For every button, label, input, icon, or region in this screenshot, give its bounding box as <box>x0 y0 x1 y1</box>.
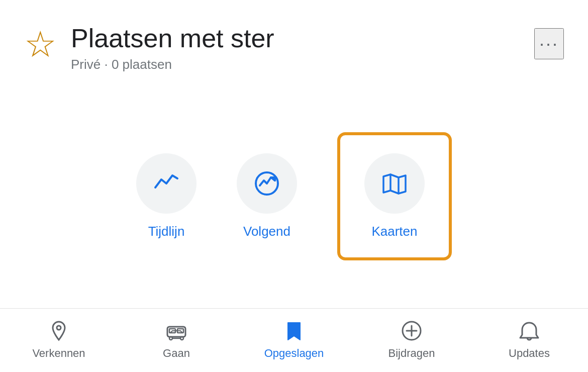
card-kaarten-label: Kaarten <box>371 224 417 239</box>
svg-point-8 <box>180 337 183 340</box>
svg-point-7 <box>169 337 172 340</box>
more-options-button[interactable]: ··· <box>534 28 564 59</box>
card-tijdlijn[interactable]: Tijdlijn <box>136 153 197 239</box>
updates-icon <box>517 319 541 343</box>
svg-point-3 <box>57 326 61 330</box>
nav-item-updates[interactable]: Updates <box>489 319 569 360</box>
nav-label-gaan: Gaan <box>163 347 190 360</box>
page-subtitle: Privé · 0 plaatsen <box>71 57 274 72</box>
volgend-icon-circle <box>237 153 297 214</box>
trend-icon <box>152 169 180 198</box>
card-tijdlijn-label: Tijdlijn <box>148 224 185 239</box>
tijdlijn-icon-circle <box>136 153 197 214</box>
map-icon <box>380 169 409 198</box>
bijdragen-icon <box>400 319 424 343</box>
nav-item-verkennen[interactable]: Verkennen <box>19 319 99 360</box>
growth-icon <box>253 169 281 198</box>
header-text: Plaatsen met ster Privé · 0 plaatsen <box>71 24 274 72</box>
kaarten-icon-circle <box>364 153 425 214</box>
card-volgend[interactable]: Volgend <box>237 153 297 239</box>
nav-label-bijdragen: Bijdragen <box>388 347 435 360</box>
star-icon: ☆ <box>24 26 57 62</box>
nav-label-opgeslagen: Opgeslagen <box>264 347 324 360</box>
nav-item-opgeslagen[interactable]: Opgeslagen <box>254 319 334 360</box>
card-kaarten[interactable]: Kaarten <box>337 132 452 260</box>
page-header: ☆ Plaatsen met ster Privé · 0 plaatsen ·… <box>0 0 588 88</box>
verkennen-icon <box>47 319 71 343</box>
nav-item-gaan[interactable]: Gaan <box>136 319 217 360</box>
card-volgend-label: Volgend <box>243 224 290 239</box>
gaan-icon <box>164 319 188 343</box>
opgeslagen-icon <box>282 319 306 343</box>
header-left: ☆ Plaatsen met ster Privé · 0 plaatsen <box>24 24 274 72</box>
nav-label-updates: Updates <box>509 347 550 360</box>
bottom-navigation: Verkennen Gaan Opgeslagen <box>0 309 588 372</box>
nav-item-bijdragen[interactable]: Bijdragen <box>371 319 452 360</box>
page-title: Plaatsen met ster <box>71 24 274 53</box>
cards-section: Tijdlijn Volgend Kaarten <box>0 88 588 308</box>
nav-label-verkennen: Verkennen <box>32 347 85 360</box>
